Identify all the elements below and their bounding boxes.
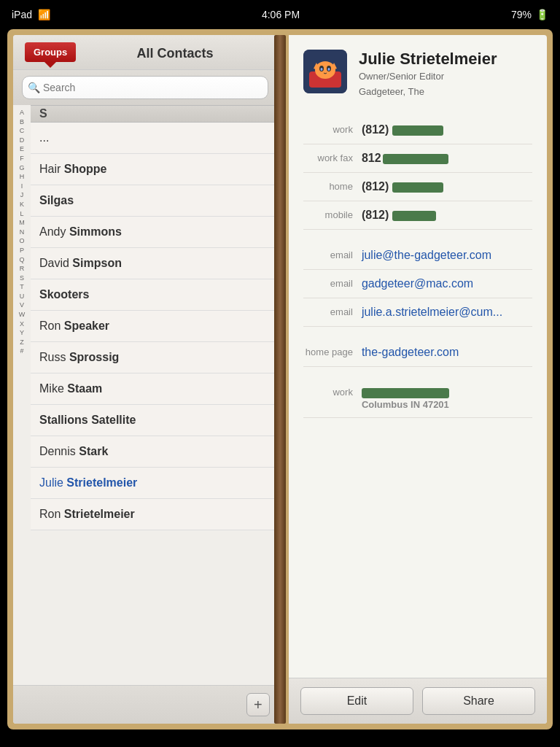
alpha-G[interactable]: G bbox=[19, 163, 24, 173]
device-label: iPad bbox=[12, 9, 32, 20]
search-wrapper: 🔍 bbox=[22, 76, 268, 99]
search-input[interactable] bbox=[22, 76, 268, 99]
contact-list-wrapper: A B C D E F G H I J K L M N O P Q R S T bbox=[13, 105, 277, 685]
redacted-mobile bbox=[392, 211, 436, 221]
status-time: 4:06 PM bbox=[262, 9, 300, 20]
field-value-email1[interactable]: julie@the-gadgeteer.com bbox=[362, 249, 532, 262]
list-item[interactable]: Silgas bbox=[31, 185, 277, 217]
address-city-state: Columbus IN 47201 bbox=[362, 399, 532, 410]
contact-company: Gadgeteer, The bbox=[359, 85, 532, 98]
list-item[interactable]: Stallions Satellite bbox=[31, 405, 277, 436]
contact-last-name: Simmons bbox=[69, 225, 122, 238]
edit-button[interactable]: Edit bbox=[300, 687, 413, 715]
alpha-W[interactable]: W bbox=[19, 310, 26, 320]
alpha-S[interactable]: S bbox=[20, 274, 24, 283]
alpha-E[interactable]: E bbox=[20, 144, 24, 154]
field-label-address: work bbox=[303, 387, 362, 398]
alpha-T[interactable]: T bbox=[20, 282, 24, 292]
redacted-work bbox=[392, 125, 443, 136]
field-value-mobile[interactable]: (812) bbox=[362, 209, 532, 222]
contact-detail-header: Julie Strietelmeier Owner/Senior Editor … bbox=[303, 50, 532, 98]
alpha-hash[interactable]: # bbox=[20, 347, 23, 356]
detail-row-email2: email gadgeteer@mac.com bbox=[303, 270, 532, 298]
alpha-N[interactable]: N bbox=[20, 228, 25, 237]
field-value-email2[interactable]: gadgeteer@mac.com bbox=[362, 277, 532, 290]
alpha-O[interactable]: O bbox=[19, 236, 24, 246]
list-item[interactable]: Hair Shoppe bbox=[31, 154, 277, 185]
contact-last-name: Staam bbox=[67, 382, 102, 395]
right-page: Julie Strietelmeier Owner/Senior Editor … bbox=[289, 35, 547, 724]
field-label-homepage: home page bbox=[303, 347, 362, 357]
alpha-I[interactable]: I bbox=[21, 182, 23, 191]
contact-last-name: Simpson bbox=[72, 257, 122, 269]
field-label-mobile: mobile bbox=[303, 209, 362, 220]
detail-row-address: work Columbus IN 47201 bbox=[303, 379, 532, 418]
add-contact-button[interactable]: + bbox=[246, 693, 270, 716]
alpha-U[interactable]: U bbox=[20, 292, 25, 301]
alpha-R[interactable]: R bbox=[20, 264, 25, 274]
status-bar: iPad 📶 4:06 PM 79% 🔋 bbox=[0, 0, 560, 29]
contact-name-text: ... bbox=[39, 131, 49, 144]
field-label-work: work bbox=[303, 124, 362, 135]
alpha-P[interactable]: P bbox=[20, 246, 24, 255]
list-item[interactable]: Ron Strietelmeier bbox=[31, 499, 277, 530]
add-button-container: + bbox=[13, 685, 277, 724]
detail-row-mobile: mobile (812) bbox=[303, 201, 532, 230]
list-item[interactable]: Mike Staam bbox=[31, 374, 277, 405]
share-button[interactable]: Share bbox=[422, 687, 535, 715]
contact-last-name: Stallions Satellite bbox=[39, 414, 136, 426]
detail-row-email3: email julie.a.strietelmeier@cum... bbox=[303, 298, 532, 327]
svg-point-5 bbox=[320, 68, 322, 71]
alpha-V[interactable]: V bbox=[20, 301, 24, 310]
search-container: 🔍 bbox=[13, 70, 277, 105]
alpha-K[interactable]: K bbox=[20, 200, 24, 209]
book-container: Groups All Contacts 🔍 A B C D E F G H I bbox=[7, 29, 553, 729]
field-value-homepage[interactable]: the-gadgeteer.com bbox=[362, 346, 532, 359]
alpha-Y[interactable]: Y bbox=[20, 328, 24, 338]
list-item[interactable]: David Simpson bbox=[31, 248, 277, 279]
alpha-L[interactable]: L bbox=[20, 209, 23, 219]
list-item[interactable]: Skooters bbox=[31, 279, 277, 311]
field-value-email3[interactable]: julie.a.strietelmeier@cum... bbox=[362, 306, 532, 319]
contact-last-name: Sprossig bbox=[69, 351, 119, 363]
contact-last-name: Stark bbox=[79, 445, 108, 457]
list-item[interactable]: ... bbox=[31, 123, 277, 154]
alpha-X[interactable]: X bbox=[20, 320, 24, 329]
detail-row-work: work (812) bbox=[303, 116, 532, 144]
alpha-H[interactable]: H bbox=[20, 172, 25, 182]
contact-last-name: Speaker bbox=[64, 320, 109, 332]
detail-row-home: home (812) bbox=[303, 173, 532, 201]
list-item[interactable]: Russ Sprossig bbox=[31, 342, 277, 374]
list-item[interactable]: Andy Simmons bbox=[31, 217, 277, 248]
alpha-A[interactable]: A bbox=[20, 108, 24, 117]
redacted-address bbox=[362, 388, 449, 398]
alpha-J[interactable]: J bbox=[20, 190, 24, 200]
field-label-email1: email bbox=[303, 249, 362, 260]
alpha-Q[interactable]: Q bbox=[19, 255, 24, 265]
contact-list: S ... Hair Shoppe Silgas Andy Simmons Da… bbox=[31, 105, 277, 685]
groups-button[interactable]: Groups bbox=[25, 42, 76, 62]
alpha-C[interactable]: C bbox=[20, 126, 25, 136]
field-label-workfax: work fax bbox=[303, 152, 362, 163]
field-value-work[interactable]: (812) bbox=[362, 123, 532, 136]
alpha-M[interactable]: M bbox=[19, 218, 25, 228]
alpha-F[interactable]: F bbox=[20, 154, 24, 163]
list-item-ron-speaker[interactable]: Ron Speaker bbox=[31, 311, 277, 342]
field-value-workfax[interactable]: 812 bbox=[362, 152, 532, 165]
alpha-B[interactable]: B bbox=[20, 117, 24, 127]
field-label-email2: email bbox=[303, 278, 362, 289]
field-value-home[interactable]: (812) bbox=[362, 180, 532, 193]
list-item[interactable]: Dennis Stark bbox=[31, 436, 277, 468]
action-buttons: Edit Share bbox=[289, 678, 547, 724]
wifi-icon: 📶 bbox=[38, 9, 50, 20]
list-item-julie-strietelmeier[interactable]: Julie Strietelmeier bbox=[31, 468, 277, 499]
contact-last-name: Silgas bbox=[39, 194, 74, 206]
page-title: All Contacts bbox=[85, 46, 265, 61]
status-left: iPad 📶 bbox=[12, 9, 50, 20]
field-value-address: Columbus IN 47201 bbox=[362, 386, 532, 410]
left-page: Groups All Contacts 🔍 A B C D E F G H I bbox=[13, 35, 277, 724]
avatar-image bbox=[303, 50, 347, 93]
contact-last-name: Skooters bbox=[39, 288, 89, 301]
alpha-Z[interactable]: Z bbox=[20, 338, 24, 347]
alpha-D[interactable]: D bbox=[20, 136, 25, 145]
